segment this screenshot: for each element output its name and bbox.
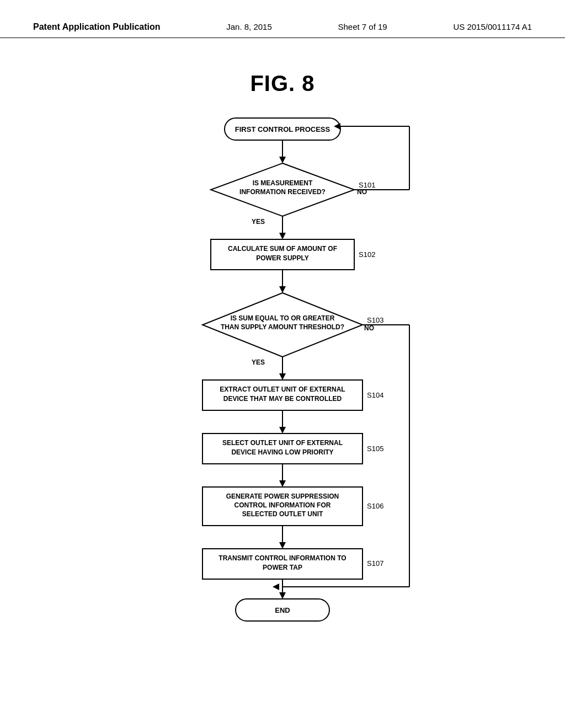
svg-marker-30 (273, 584, 279, 590)
svg-text:INFORMATION RECEIVED?: INFORMATION RECEIVED? (239, 188, 326, 196)
svg-marker-58 (279, 592, 286, 599)
svg-marker-15 (279, 233, 286, 239)
svg-text:POWER TAP: POWER TAP (263, 564, 302, 571)
svg-text:IS MEASUREMENT: IS MEASUREMENT (253, 179, 313, 187)
svg-text:S105: S105 (367, 445, 383, 453)
svg-text:GENERATE POWER SUPPRESSION: GENERATE POWER SUPPRESSION (226, 493, 339, 500)
svg-text:SELECTED OUTLET UNIT: SELECTED OUTLET UNIT (242, 510, 323, 518)
svg-marker-3 (279, 157, 286, 163)
svg-text:CONTROL INFORMATION FOR: CONTROL INFORMATION FOR (234, 501, 331, 509)
patent-number: US 2015/0011174 A1 (453, 22, 532, 31)
svg-text:EXTRACT OUTLET UNIT OF EXTERNA: EXTRACT OUTLET UNIT OF EXTERNAL (220, 386, 345, 393)
figure-label: FIG. 8 (0, 71, 565, 96)
sheet-label: Sheet 7 of 19 (338, 22, 387, 31)
svg-text:POWER SUPPLY: POWER SUPPLY (256, 254, 309, 262)
svg-text:S103: S103 (367, 316, 383, 324)
svg-text:END: END (275, 606, 290, 614)
svg-text:FIRST CONTROL PROCESS: FIRST CONTROL PROCESS (235, 125, 331, 133)
svg-marker-52 (279, 542, 286, 549)
svg-text:SELECT OUTLET UNIT OF EXTERNAL: SELECT OUTLET UNIT OF EXTERNAL (222, 439, 343, 447)
svg-text:DEVICE HAVING LOW PRIORITY: DEVICE HAVING LOW PRIORITY (231, 448, 333, 456)
svg-text:YES: YES (252, 218, 265, 226)
svg-text:S104: S104 (367, 391, 383, 399)
svg-text:DEVICE THAT MAY BE CONTROLLED: DEVICE THAT MAY BE CONTROLLED (223, 395, 342, 403)
svg-marker-33 (279, 373, 286, 380)
svg-text:IS SUM EQUAL TO OR GREATER: IS SUM EQUAL TO OR GREATER (231, 314, 335, 322)
svg-text:S107: S107 (367, 559, 383, 568)
svg-text:S106: S106 (367, 502, 383, 510)
svg-text:S102: S102 (359, 250, 375, 259)
svg-text:THAN SUPPLY AMOUNT THRESHOLD?: THAN SUPPLY AMOUNT THRESHOLD? (221, 323, 344, 331)
svg-text:CALCULATE SUM OF AMOUNT OF: CALCULATE SUM OF AMOUNT OF (228, 245, 337, 253)
publication-label: Patent Application Publication (33, 22, 161, 32)
svg-text:TRANSMIT CONTROL INFORMATION T: TRANSMIT CONTROL INFORMATION TO (218, 554, 346, 562)
svg-text:NO: NO (364, 324, 374, 332)
svg-marker-21 (279, 286, 286, 293)
flowchart-svg: FIRST CONTROL PROCESS IS MEASUREMENT INF… (117, 113, 448, 636)
svg-marker-39 (279, 427, 286, 433)
date-label: Jan. 8, 2015 (226, 22, 272, 31)
svg-marker-45 (279, 480, 286, 487)
page-header: Patent Application Publication Jan. 8, 2… (0, 0, 565, 38)
svg-text:YES: YES (252, 358, 265, 366)
